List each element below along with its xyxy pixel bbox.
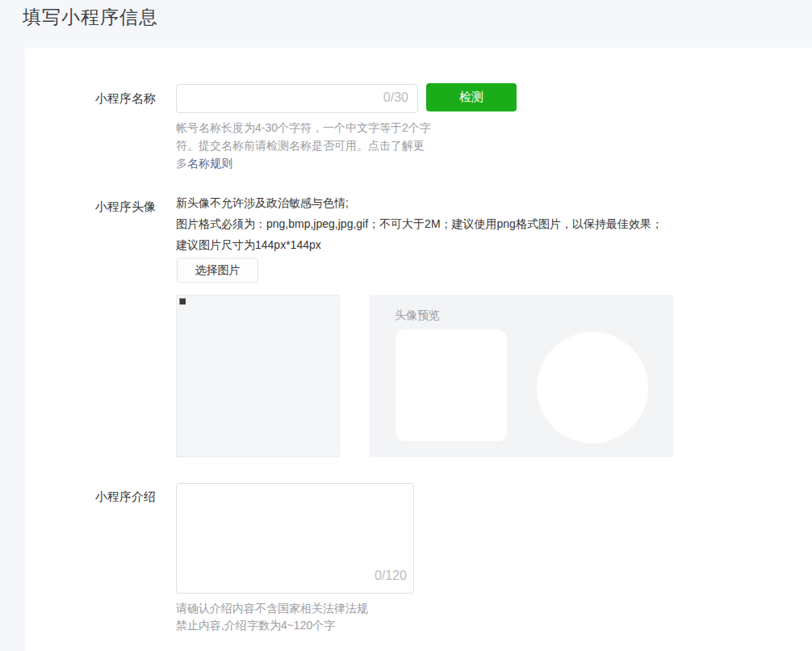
name-field-label: 小程序名称 bbox=[95, 91, 156, 107]
broken-image-icon bbox=[179, 298, 186, 304]
avatar-preview-circle bbox=[537, 332, 648, 443]
intro-textarea[interactable] bbox=[176, 483, 414, 594]
name-hint-text: 帐号名称长度为4-30个字符，一个中文字等于2个字符。提交名称前请检测名称是否可… bbox=[176, 119, 431, 172]
avatar-rule-line2: 图片格式必须为：png,bmp,jpeg,jpg,gif；不可大于2M；建议使用… bbox=[176, 217, 663, 251]
page-title: 填写小程序信息 bbox=[23, 5, 158, 30]
avatar-crop-area[interactable] bbox=[176, 295, 340, 457]
avatar-field-label: 小程序头像 bbox=[95, 200, 156, 215]
avatar-preview-panel: 头像预览 bbox=[370, 295, 673, 457]
avatar-rules-text: 新头像不允许涉及政治敏感与色情;图片格式必须为：png,bmp,jpeg,jpg… bbox=[176, 192, 663, 255]
avatar-preview-title: 头像预览 bbox=[395, 309, 440, 323]
intro-textarea-container: 0/120 bbox=[176, 483, 414, 594]
name-input[interactable] bbox=[176, 84, 418, 113]
intro-field-label: 小程序介绍 bbox=[95, 489, 156, 505]
intro-hint-text: 请确认介绍内容不含国家相关法律法规禁止内容,介绍字数为4~120个字 bbox=[176, 600, 434, 634]
intro-hint-line1: 请确认介绍内容不含国家相关法律法规 bbox=[176, 602, 368, 615]
name-input-container: 0/30 bbox=[176, 84, 418, 113]
check-name-button[interactable]: 检测 bbox=[426, 83, 517, 111]
avatar-preview-square bbox=[396, 330, 507, 441]
intro-hint-line2: 禁止内容,介绍字数为4~120个字 bbox=[176, 619, 335, 632]
avatar-rule-line1: 新头像不允许涉及政治敏感与色情; bbox=[176, 196, 349, 209]
name-rules-link[interactable]: 名称规则 bbox=[187, 157, 232, 170]
choose-image-button[interactable]: 选择图片 bbox=[177, 258, 258, 283]
form-card: 小程序名称 0/30 检测 帐号名称长度为4-30个字符，一个中文字等于2个字符… bbox=[25, 48, 812, 651]
